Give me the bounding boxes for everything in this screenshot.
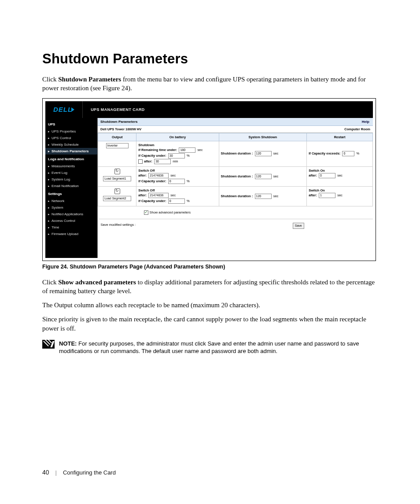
intro-paragraph: Click Shutdown Parameters from the menu … (42, 75, 377, 93)
switch-on-after-input[interactable]: 0 (319, 173, 335, 178)
after-checkbox[interactable] (138, 159, 143, 164)
table-row: Inverter Shutdown if Remaining time unde… (98, 141, 373, 166)
unit: sec (337, 173, 343, 177)
main-panel: Shutdown Parameters Help Dell UPS Tower … (97, 118, 373, 258)
panel-subheader: Dell UPS Tower 1000W HV Computer Room (98, 126, 373, 133)
onbattery-title: Shutdown (138, 143, 217, 147)
col-on-battery: On battery (136, 133, 219, 141)
capacity-under-input[interactable]: 0 (168, 199, 185, 204)
nav-item-event-log[interactable]: Event Log (45, 169, 97, 176)
label: if Capacity under: (138, 154, 166, 158)
remaining-time-input[interactable]: 180 (179, 147, 195, 153)
capacity-under-input[interactable]: 0 (168, 179, 185, 184)
unit: sec (273, 174, 279, 178)
unit: sec (273, 151, 279, 155)
switch-on-after-input[interactable]: 1 (319, 193, 335, 198)
footer-section: Configuring the Card (63, 469, 116, 476)
restart-title: Switch On (309, 188, 371, 192)
save-button[interactable]: Save (293, 223, 304, 229)
text-bold: Shutdown Parameters (58, 76, 121, 83)
label: if Capacity under: (138, 199, 166, 203)
note-body: For security purposes, the administrator… (59, 340, 359, 355)
capacity-exceeds-input[interactable]: 0 (342, 151, 354, 156)
capacity-under-input[interactable]: 30 (168, 153, 185, 158)
unit: sec (273, 194, 279, 198)
col-restart: Restart (307, 133, 373, 141)
page-footer: 40|Configuring the Card (42, 469, 116, 476)
nav-item-email-notification[interactable]: Email Notification (45, 183, 97, 189)
nav-item-system[interactable]: System (45, 204, 97, 211)
logo-chevron-icon (71, 107, 74, 112)
after-input[interactable]: 21474836 (148, 173, 169, 178)
nav-item-shutdown-parameters[interactable]: Shutdown Parameters (45, 148, 97, 155)
output-name-input[interactable]: Load Segment2 (103, 196, 131, 201)
col-output: Output (98, 133, 136, 141)
col-system-shutdown: System Shutdown (219, 133, 307, 141)
after-input[interactable]: 21474836 (148, 193, 169, 198)
label: after: (309, 173, 317, 177)
help-link[interactable]: Help (358, 118, 373, 125)
label: after: (144, 159, 152, 163)
unit: % (187, 199, 190, 203)
label: if Capacity under: (138, 179, 166, 183)
unit: % (357, 151, 360, 155)
output-name-input[interactable]: Inverter (106, 143, 129, 148)
after-input[interactable]: 30 (154, 159, 171, 164)
loop-icon (114, 169, 120, 174)
paragraph-priority: Since priority is given to the main rece… (42, 315, 377, 333)
shutdown-duration-input[interactable]: 120 (255, 174, 272, 179)
table-row: Load Segment2 Switch Off after: 21474836… (98, 186, 373, 206)
card-title: UPS MANAGEMENT CARD (83, 107, 145, 112)
panel-title: Shutdown Parameters (98, 118, 358, 125)
nav-item-measurements[interactable]: Measurements (45, 163, 97, 169)
label: after: (138, 173, 147, 177)
paragraph-output: The Output column allows each receptacle… (42, 301, 377, 309)
parameters-table: Output On battery System Shutdown Restar… (98, 133, 373, 258)
unit: sec (197, 148, 203, 152)
footer-divider: | (55, 469, 57, 476)
label: after: (309, 193, 317, 197)
unit: min (173, 159, 178, 163)
label: after: (138, 193, 147, 197)
shutdown-duration-input[interactable]: 120 (255, 151, 272, 156)
label: if Remaining time under: (138, 148, 177, 152)
nav-header-settings: Settings (45, 189, 97, 198)
unit: % (187, 154, 190, 158)
note-block: NOTE: For security purposes, the adminis… (42, 340, 377, 355)
nav-item-firmware-upload[interactable]: Firmware Upload (45, 231, 97, 237)
nav-item-network[interactable]: Network (45, 198, 97, 204)
brand-logo: DELL (45, 101, 83, 118)
nav-item-time[interactable]: Time (45, 224, 97, 231)
note-icon (42, 340, 55, 349)
label: Shutdown duration : (221, 194, 253, 198)
label: Shutdown duration : (221, 174, 253, 178)
unit: sec (337, 193, 343, 197)
advanced-row: Show advanced parameters (98, 206, 373, 219)
save-row: Save modified settings : Save (98, 219, 373, 232)
nav-item-weekly-schedule[interactable]: Weekly Schedule (45, 141, 97, 148)
table-header-row: Output On battery System Shutdown Restar… (98, 133, 373, 141)
panel-titlebar: Shutdown Parameters Help (98, 118, 373, 126)
nav-item-notified-applications[interactable]: Notified Applications (45, 211, 97, 217)
sidebar-nav: UPS UPS Properties UPS Control Weekly Sc… (45, 118, 97, 258)
device-name: Dell UPS Tower 1000W HV (98, 126, 342, 132)
unit: sec (170, 173, 176, 177)
loop-icon (114, 188, 120, 194)
table-row: Load Segment1 Switch Off after: 21474836… (98, 166, 373, 186)
nav-item-system-log[interactable]: System Log (45, 176, 97, 183)
restart-title: Switch On (309, 169, 371, 173)
show-advanced-checkbox[interactable] (144, 210, 148, 215)
label: Shutdown duration : (221, 151, 253, 155)
embedded-ui: DELL UPS MANAGEMENT CARD UPS UPS Propert… (45, 101, 373, 258)
output-name-input[interactable]: Load Segment1 (103, 176, 131, 181)
onbattery-title: Switch Off (138, 188, 217, 192)
paragraph-advanced: Click Show advanced parameters to displa… (42, 278, 377, 296)
show-advanced-label: Show advanced parameters (150, 210, 191, 214)
nav-item-ups-properties[interactable]: UPS Properties (45, 128, 97, 135)
nav-item-ups-control[interactable]: UPS Control (45, 135, 97, 141)
text: Click (42, 76, 58, 83)
shutdown-duration-input[interactable]: 120 (255, 194, 272, 199)
figure-frame: DELL UPS MANAGEMENT CARD UPS UPS Propert… (42, 98, 376, 261)
label: If Capacity exceeds: (309, 151, 340, 155)
nav-item-access-control[interactable]: Access Control (45, 217, 97, 224)
